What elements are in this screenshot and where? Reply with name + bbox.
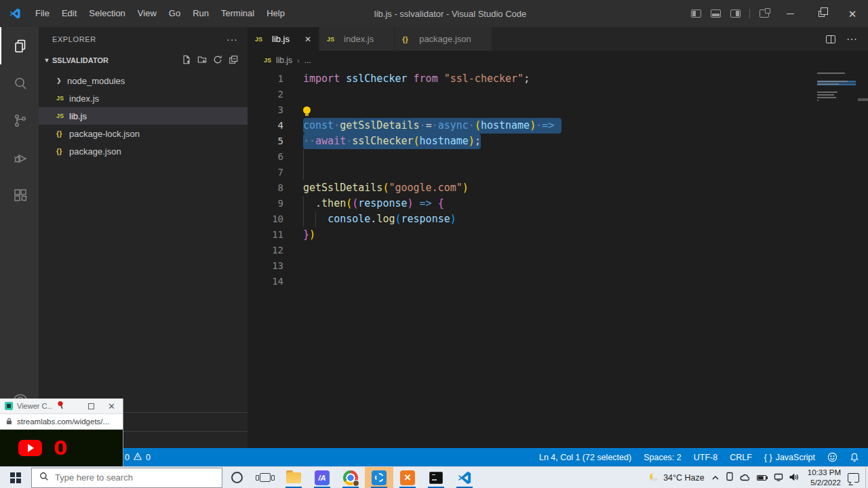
breadcrumb[interactable]: JS lib.js › ... — [248, 51, 868, 70]
phone-link-icon[interactable] — [726, 472, 734, 484]
code-line-11[interactable]: 11}) — [248, 227, 868, 243]
tray-chevron-icon[interactable] — [711, 472, 719, 484]
feedback-icon[interactable] — [821, 448, 844, 466]
menu-help[interactable]: Help — [260, 5, 291, 22]
file-index.js[interactable]: JSindex.js — [39, 89, 248, 107]
menu-edit[interactable]: Edit — [56, 5, 83, 22]
refresh-icon[interactable] — [213, 55, 222, 66]
clock-widget[interactable]: 10:33 PM 5/2/2022 — [808, 468, 841, 488]
terminal-app[interactable] — [422, 467, 450, 488]
folder-section-header[interactable]: ▼ SSLVALIDATOR — [39, 51, 248, 70]
code-line-14[interactable]: 14 — [248, 274, 868, 289]
code-line-1[interactable]: 1import sslChecker from "ssl-checker"; — [248, 71, 868, 87]
minimize-button[interactable] — [774, 0, 806, 27]
close-tab-icon[interactable]: ✕ — [304, 35, 311, 44]
run-debug-icon[interactable] — [0, 139, 39, 176]
code-line-2[interactable]: 2 — [248, 87, 868, 102]
weather-widget[interactable]: 34°C Haze — [647, 472, 705, 484]
tab-package.json[interactable]: {}package.json — [395, 27, 492, 51]
breadcrumb-file[interactable]: lib.js — [276, 56, 292, 65]
indentation[interactable]: Spaces: 2 — [637, 448, 688, 466]
close-button[interactable]: ✕ — [837, 0, 868, 27]
code-editor[interactable]: 1import sslChecker from "ssl-checker";23… — [248, 70, 868, 448]
viewer-count-popup-window[interactable]: Viewer C... ✕ streamlabs.com/widgets/...… — [0, 399, 123, 466]
code-line-9[interactable]: 9 .then((response) => { — [248, 196, 868, 211]
notifications-bell-icon[interactable] — [844, 448, 865, 466]
xampp-app[interactable] — [393, 467, 422, 488]
file-node_modules[interactable]: ❯node_modules — [39, 72, 248, 89]
battery-icon[interactable] — [757, 472, 768, 484]
volume-icon[interactable] — [789, 472, 800, 484]
menu-go[interactable]: Go — [163, 5, 186, 22]
toggle-panel-icon[interactable] — [711, 9, 721, 18]
code-line-5[interactable]: 5··await·sslChecker(hostname); — [248, 134, 868, 149]
taskbar-search[interactable] — [31, 468, 222, 488]
task-view-button[interactable] — [251, 467, 279, 488]
eol-sequence[interactable]: CRLF — [724, 448, 758, 466]
slash-a-app[interactable] — [308, 467, 336, 488]
json-file-icon: {} — [56, 129, 69, 138]
start-button[interactable] — [0, 467, 31, 488]
js-file-icon: JS — [56, 95, 69, 102]
search-input[interactable] — [55, 472, 211, 483]
tab-lib.js[interactable]: JSlib.js✕ — [248, 27, 319, 51]
menu-view[interactable]: View — [132, 5, 163, 22]
code-line-13[interactable]: 13 — [248, 258, 868, 274]
minimap[interactable] — [817, 73, 856, 110]
editor-more-icon[interactable]: ··· — [846, 33, 857, 45]
network-icon[interactable] — [774, 472, 783, 484]
cortana-button[interactable] — [222, 467, 251, 488]
code-line-4[interactable]: 4const·getSslDetails·=·async·(hostname)·… — [248, 118, 868, 134]
menu-run[interactable]: Run — [186, 5, 215, 22]
extensions-icon[interactable] — [0, 176, 39, 214]
file-explorer-app[interactable] — [279, 467, 308, 488]
youtube-icon — [18, 440, 42, 456]
explorer-more-icon[interactable]: ··· — [226, 34, 238, 45]
scrollbar-mark — [858, 98, 868, 101]
code-line-8[interactable]: 8getSslDetails("google.com") — [248, 180, 868, 196]
popup-address-bar[interactable]: streamlabs.com/widgets/... — [0, 414, 123, 430]
new-file-icon[interactable] — [182, 55, 191, 66]
encoding[interactable]: UTF-8 — [688, 448, 724, 466]
search-icon[interactable] — [0, 64, 39, 102]
onedrive-icon[interactable] — [740, 472, 751, 484]
explorer-icon[interactable] — [0, 27, 39, 64]
popup-maximize-icon[interactable] — [88, 403, 94, 409]
action-center-icon[interactable] — [848, 473, 859, 483]
toggle-secondary-sidebar-icon[interactable] — [730, 9, 741, 18]
warnings-count[interactable]: 0 — [146, 453, 151, 462]
source-control-icon[interactable] — [0, 102, 39, 139]
file-lib.js[interactable]: JSlib.js — [39, 107, 248, 125]
tab-index.js[interactable]: JSindex.js — [319, 27, 395, 51]
split-editor-icon[interactable] — [826, 35, 835, 43]
vscode-app[interactable] — [450, 467, 479, 488]
lightbulb-icon[interactable] — [303, 106, 311, 114]
popup-url[interactable]: streamlabs.com/widgets/... — [17, 418, 109, 426]
breadcrumb-more[interactable]: ... — [304, 56, 311, 65]
cursor-position[interactable]: Ln 4, Col 1 (72 selected) — [533, 448, 637, 466]
new-folder-icon[interactable] — [197, 55, 207, 66]
show-desktop-button[interactable] — [865, 467, 868, 488]
popup-title-bar[interactable]: Viewer C... ✕ — [0, 399, 123, 414]
menu-file[interactable]: File — [29, 5, 56, 22]
code-line-10[interactable]: 10 console.log(response) — [248, 211, 868, 227]
chrome-app[interactable] — [336, 467, 365, 488]
toggle-sidebar-icon[interactable] — [691, 9, 701, 18]
file-package.json[interactable]: {}package.json — [39, 142, 248, 160]
code-line-6[interactable]: 6 — [248, 149, 868, 165]
collapse-folders-icon[interactable] — [229, 55, 238, 66]
language-mode[interactable]: { } JavaScript — [758, 448, 821, 466]
restore-button[interactable] — [806, 0, 837, 27]
menu-terminal[interactable]: Terminal — [215, 5, 260, 22]
streamlabs-app[interactable] — [365, 467, 393, 488]
tab-bar: JSlib.js✕JSindex.js{}package.json ··· — [248, 27, 868, 51]
popup-close-icon[interactable]: ✕ — [108, 401, 115, 411]
errors-count[interactable]: 0 — [125, 453, 130, 462]
customize-layout-icon[interactable] — [760, 9, 769, 18]
code-line-12[interactable]: 12 — [248, 243, 868, 258]
code-line-3[interactable]: 3 — [248, 102, 868, 118]
line-number: 10 — [248, 211, 283, 227]
menu-selection[interactable]: Selection — [83, 5, 131, 22]
file-package-lock.json[interactable]: {}package-lock.json — [39, 125, 248, 142]
code-line-7[interactable]: 7 — [248, 165, 868, 180]
